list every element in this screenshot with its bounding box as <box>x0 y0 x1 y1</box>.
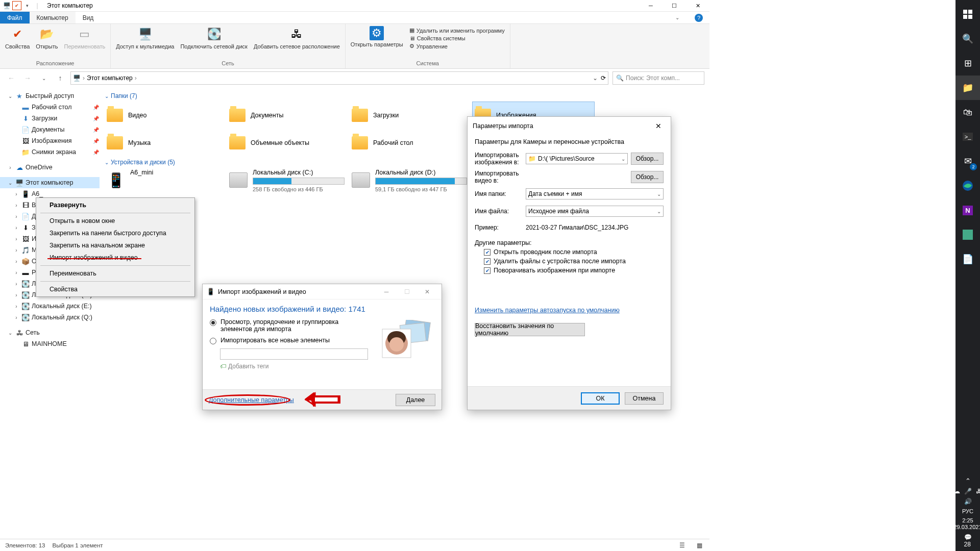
cancel-button[interactable]: Отмена <box>625 392 664 405</box>
ctx-pin-quick-access[interactable]: Закрепить на панели быстрого доступа <box>37 227 193 239</box>
folder-documents[interactable]: Документы <box>227 102 350 129</box>
taskbar-app[interactable] <box>955 222 980 247</box>
tab-computer[interactable]: Компьютер <box>30 12 76 23</box>
drive-d[interactable]: Локальный диск (D:)59,1 ГБ свободно из 4… <box>350 168 472 198</box>
uninstall-programs-button[interactable]: ▦Удалить или изменить программу <box>409 27 505 34</box>
task-view-button[interactable]: ⊞ <box>955 51 980 76</box>
chevron-right-icon[interactable]: › <box>13 281 19 287</box>
add-net-location-button[interactable]: 🖧Добавить сетевое расположение <box>251 25 343 51</box>
taskbar-edge[interactable] <box>955 173 980 198</box>
ok-button[interactable]: ОК <box>581 392 620 405</box>
map-drive-button[interactable]: 💽Подключить сетевой диск <box>177 25 250 51</box>
taskbar-store[interactable]: 🛍 <box>955 100 980 124</box>
search-button[interactable]: 🔍 <box>955 27 980 51</box>
chevron-right-icon[interactable]: › <box>13 315 19 320</box>
checkbox-open-explorer[interactable]: ✔Открыть проводник после импорта <box>484 248 664 256</box>
browse-images-button[interactable]: Обзор... <box>631 153 664 165</box>
ribbon-collapse-icon[interactable]: ⌄ <box>667 12 688 23</box>
folder-desktop[interactable]: Рабочий стол <box>350 129 472 157</box>
next-button[interactable]: Далее <box>396 394 435 406</box>
chevron-right-icon[interactable]: › <box>13 304 19 309</box>
taskbar-document[interactable]: 📄 <box>955 247 980 271</box>
sidebar-item-desktop[interactable]: ▬Рабочий стол📌 <box>0 102 100 113</box>
nav-up-button[interactable]: ↑ <box>54 72 66 84</box>
tray-expand-button[interactable]: ⌃ <box>965 477 971 485</box>
chevron-right-icon[interactable]: › <box>13 214 19 219</box>
sidebar-item-quick-access[interactable]: ⌄★Быстрый доступ <box>0 90 100 102</box>
sidebar-item-documents[interactable]: 📄Документы📌 <box>0 124 100 135</box>
close-button[interactable]: ✕ <box>686 0 709 12</box>
chevron-right-icon[interactable]: › <box>83 74 85 82</box>
chevron-down-icon[interactable]: ⌄ <box>7 330 13 336</box>
chevron-right-icon[interactable]: › <box>13 292 19 298</box>
chevron-down-icon[interactable]: ⌄ <box>7 180 13 186</box>
address-bar[interactable]: 🖥️ › Этот компьютер › ⌄ ⟳ <box>70 71 608 85</box>
file-name-combo[interactable]: Исходное имя файла⌄ <box>526 206 664 217</box>
media-access-button[interactable]: 🖥️Доступ к мультимедиа <box>113 25 177 51</box>
network-tray-icon[interactable]: 🖧 <box>976 488 981 495</box>
properties-button[interactable]: ✔Свойства <box>2 25 33 51</box>
restore-defaults-button[interactable]: Восстановить значения по умолчанию <box>475 323 585 336</box>
chevron-right-icon[interactable]: › <box>13 191 19 197</box>
close-button[interactable]: ✕ <box>651 119 666 133</box>
nav-history-button[interactable]: ⌄ <box>38 72 50 84</box>
folder-3d-objects[interactable]: Объемные объекты <box>227 129 350 157</box>
sidebar-item-pictures[interactable]: 🖼Изображения📌 <box>0 135 100 146</box>
checkbox-delete-after[interactable]: ✔Удалить файлы с устройства после импорт… <box>484 258 664 265</box>
search-input[interactable]: 🔍 Поиск: Этот комп... <box>612 71 704 85</box>
onedrive-tray-icon[interactable]: ☁ <box>954 488 960 495</box>
sidebar-item-network[interactable]: ⌄🖧Сеть <box>0 327 100 338</box>
ctx-pin-start[interactable]: Закрепить на начальном экране <box>37 239 193 252</box>
chevron-right-icon[interactable]: › <box>135 74 137 82</box>
close-button[interactable]: ✕ <box>417 288 437 295</box>
help-button[interactable]: ? <box>688 12 709 23</box>
ctx-expand[interactable]: Развернуть <box>37 199 193 211</box>
folder-video[interactable]: Видео <box>105 102 227 129</box>
maximize-button[interactable]: ☐ <box>663 0 686 12</box>
drive-c[interactable]: Локальный диск (C:)258 ГБ свободно из 44… <box>227 168 350 198</box>
address-dropdown-icon[interactable]: ⌄ <box>593 74 598 82</box>
chevron-right-icon[interactable]: › <box>13 203 19 208</box>
ctx-import-media[interactable]: Импорт изображений и видео <box>37 252 193 264</box>
sidebar-item-onedrive[interactable]: ›☁OneDrive <box>0 162 100 173</box>
add-tags-label[interactable]: 🏷Добавить теги <box>220 363 434 370</box>
taskbar-explorer[interactable]: 📁 <box>955 76 980 100</box>
minimize-button[interactable]: ─ <box>639 0 663 12</box>
view-tiles-button[interactable]: ▦ <box>694 540 704 550</box>
import-images-path-combo[interactable]: 📁D:\( \Pictures\Source⌄ <box>526 153 628 164</box>
sidebar-item-drive-e[interactable]: ›💽Локальный диск (E:) <box>0 300 100 312</box>
open-button[interactable]: 📂Открыть <box>33 25 61 51</box>
breadcrumb-thispc[interactable]: Этот компьютер <box>87 74 133 82</box>
chevron-right-icon[interactable]: › <box>7 165 13 170</box>
sidebar-item-drive-q[interactable]: ›💽Локальный диск (Q:) <box>0 312 100 323</box>
chevron-right-icon[interactable]: › <box>13 236 19 242</box>
volume-tray-icon[interactable]: 🔊 <box>964 498 972 505</box>
folder-downloads[interactable]: Загрузки <box>350 102 472 129</box>
sidebar-item-this-pc[interactable]: ⌄🖥️Этот компьютер <box>0 177 100 188</box>
folder-music[interactable]: Музыка <box>105 129 227 157</box>
taskbar-terminal[interactable]: >_ <box>955 124 980 149</box>
qat-dropdown-icon[interactable]: ▾ <box>22 1 32 10</box>
sidebar-item-screenshots[interactable]: 📁Снимки экрана📌 <box>0 146 100 158</box>
tab-file[interactable]: Файл <box>0 12 30 23</box>
microphone-tray-icon[interactable]: 🎤 <box>964 488 972 495</box>
minimize-button[interactable]: ─ <box>376 288 397 295</box>
system-properties-button[interactable]: 🖥Свойства системы <box>409 35 505 41</box>
manage-button[interactable]: ⚙Управление <box>409 43 505 49</box>
tags-input[interactable] <box>220 348 368 360</box>
action-center-button[interactable]: 💬28 <box>964 534 972 548</box>
autoplay-defaults-link[interactable]: Изменить параметры автозапуска по умолча… <box>475 307 664 314</box>
refresh-button[interactable]: ⟳ <box>601 74 606 82</box>
qat-checkbox-icon[interactable]: ✔ <box>12 1 21 10</box>
tab-view[interactable]: Вид <box>76 12 101 23</box>
chevron-right-icon[interactable]: › <box>13 270 19 276</box>
folders-group-header[interactable]: ⌄Папки (7) <box>105 90 704 102</box>
taskbar-mail[interactable]: ✉2 <box>955 149 980 173</box>
device-a6mini[interactable]: 📱A6_mini <box>105 168 227 198</box>
language-indicator[interactable]: РУС <box>962 508 973 514</box>
clock[interactable]: 2:2529.03.2021 <box>953 517 980 531</box>
folder-name-combo[interactable]: Дата съемки + имя⌄ <box>526 188 664 199</box>
open-settings-button[interactable]: ⚙Открыть параметры <box>348 25 406 48</box>
sidebar-item-downloads[interactable]: ⬇Загрузки📌 <box>0 113 100 124</box>
chevron-right-icon[interactable]: › <box>13 247 19 253</box>
